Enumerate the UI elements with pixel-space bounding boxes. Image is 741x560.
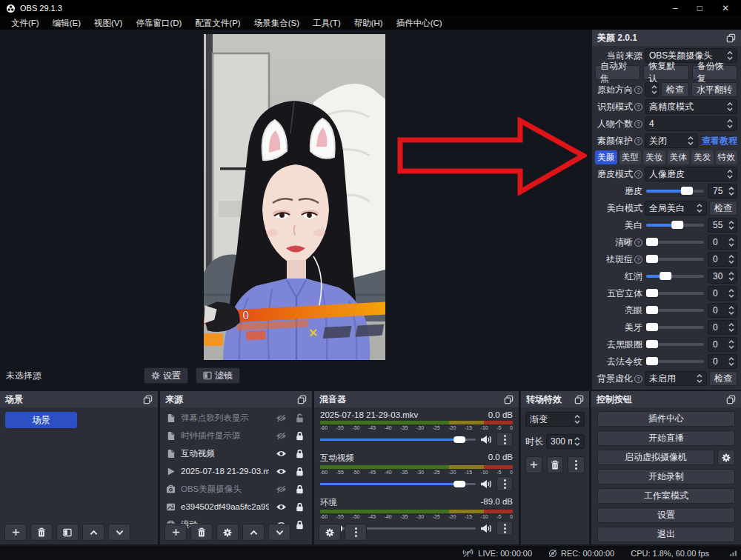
menu-edit[interactable]: 编辑(E) — [46, 18, 87, 29]
tab-body[interactable]: 美体 — [668, 150, 690, 164]
menu-view[interactable]: 视图(V) — [87, 18, 129, 29]
menu-plugin-center[interactable]: 插件中心(C) — [390, 18, 449, 29]
virtual-camera-config-button[interactable] — [717, 450, 735, 465]
add-source-button[interactable] — [165, 524, 187, 541]
move-source-up-button[interactable] — [242, 524, 265, 541]
slider-knob[interactable] — [646, 306, 658, 314]
help-icon[interactable]: ? — [634, 137, 642, 145]
bg-blur-check-button[interactable]: 检查 — [709, 371, 737, 386]
tutorial-link[interactable]: 查看教程 — [702, 135, 737, 147]
move-scene-down-button[interactable] — [108, 524, 130, 541]
bright-eyes-slider[interactable] — [646, 309, 704, 312]
exit-button[interactable]: 退出 — [597, 527, 735, 542]
menu-scene-collection[interactable]: 场景集合(S) — [247, 18, 306, 29]
menu-help[interactable]: 帮助(H) — [348, 18, 390, 29]
popout-icon[interactable] — [143, 395, 153, 404]
mixer-menu-button[interactable] — [345, 524, 367, 541]
lock-icon[interactable] — [293, 449, 306, 459]
backup-restore-button[interactable]: 备份恢复 — [692, 65, 737, 80]
source-properties-button[interactable]: 设置 — [144, 367, 188, 384]
volume-slider[interactable] — [320, 483, 476, 485]
menu-docks[interactable]: 停靠窗口(D) — [129, 18, 188, 29]
lock-icon[interactable] — [293, 520, 306, 530]
teeth-value-spinbox[interactable]: 0 — [708, 320, 737, 335]
autofocus-button[interactable]: 自动对焦 — [595, 65, 640, 80]
lock-icon[interactable] — [293, 431, 306, 441]
start-streaming-button[interactable]: 开始直播 — [597, 430, 735, 446]
smooth-mode-select[interactable]: 人像磨皮 — [645, 167, 737, 181]
maximize-button[interactable]: □ — [697, 3, 702, 13]
eye-slash-icon[interactable] — [274, 432, 288, 440]
whiten-mode-select[interactable]: 全局美白 — [645, 201, 707, 216]
eye-slash-icon[interactable] — [274, 414, 288, 422]
features-value-spinbox[interactable]: 0 — [708, 286, 737, 301]
nasolabial-value-spinbox[interactable]: 0 — [708, 354, 737, 369]
help-icon[interactable]: ? — [634, 375, 642, 383]
slider-knob[interactable] — [646, 289, 658, 297]
eye-icon[interactable] — [274, 450, 288, 458]
person-count-spinner[interactable]: 4 — [645, 116, 737, 131]
orientation-check-button[interactable]: 检查 — [661, 82, 689, 97]
features-slider[interactable] — [646, 292, 704, 295]
lock-icon[interactable] — [293, 484, 306, 494]
help-icon[interactable]: ? — [634, 103, 642, 111]
menu-profile[interactable]: 配置文件(P) — [188, 18, 247, 29]
bareface-select[interactable]: 关闭 — [645, 133, 698, 148]
horizontal-flip-button[interactable]: 水平翻转 — [691, 82, 737, 97]
channel-menu-button[interactable] — [496, 432, 513, 447]
slider-knob[interactable] — [681, 187, 693, 195]
source-row[interactable]: OBS美颜摄像头 — [160, 480, 312, 498]
plugin-center-button[interactable]: 插件中心 — [597, 411, 735, 427]
remove-source-button[interactable] — [190, 524, 213, 541]
whiten-check-button[interactable]: 检查 — [709, 201, 737, 216]
volume-knob[interactable] — [453, 481, 465, 487]
volume-slider[interactable] — [320, 439, 476, 441]
popout-icon[interactable] — [574, 395, 584, 404]
eye-slash-icon[interactable] — [274, 485, 288, 493]
move-scene-up-button[interactable] — [82, 524, 104, 541]
channel-menu-button[interactable] — [496, 476, 513, 491]
source-row[interactable]: 2025-07-18 21-29-03.mkv — [160, 462, 312, 480]
resize-grip-icon[interactable] — [730, 550, 737, 556]
start-virtual-camera-button[interactable]: 启动虚拟摄像机 — [597, 450, 714, 465]
add-scene-button[interactable] — [4, 524, 27, 541]
dark-circles-value-spinbox[interactable]: 0 — [708, 337, 737, 352]
scene-item[interactable]: 场景 — [5, 412, 77, 428]
slider-knob[interactable] — [646, 340, 658, 348]
bright-eyes-value-spinbox[interactable]: 0 — [708, 303, 737, 318]
help-icon[interactable]: ? — [634, 239, 642, 247]
recognition-select[interactable]: 高精度模式 — [645, 99, 737, 114]
remove-transition-button[interactable] — [547, 456, 564, 473]
eye-icon[interactable] — [274, 467, 288, 476]
teeth-slider[interactable] — [646, 326, 704, 329]
studio-mode-button[interactable]: 工作室模式 — [597, 488, 735, 504]
blemish-value-spinbox[interactable]: 0 — [708, 252, 737, 267]
smooth-value-spinbox[interactable]: 75 — [708, 184, 737, 199]
popout-icon[interactable] — [504, 395, 514, 404]
tab-reshape[interactable]: 美型 — [619, 150, 642, 164]
scene-filters-button[interactable] — [56, 524, 79, 541]
remove-scene-button[interactable] — [30, 524, 53, 541]
help-icon[interactable]: ? — [634, 86, 642, 94]
lock-icon[interactable] — [293, 467, 306, 476]
source-row[interactable]: 互动视频 — [160, 444, 312, 462]
tab-makeup[interactable]: 美妆 — [643, 150, 665, 164]
smooth-slider[interactable] — [646, 190, 704, 193]
move-source-down-button[interactable] — [268, 524, 290, 541]
rosy-value-spinbox[interactable]: 30 — [708, 269, 737, 284]
nasolabial-slider[interactable] — [646, 360, 704, 363]
blemish-slider[interactable] — [646, 258, 704, 261]
duration-spinbox[interactable]: 300 ms — [546, 434, 585, 449]
popout-icon[interactable] — [726, 33, 736, 43]
tab-hair[interactable]: 美发 — [691, 150, 714, 164]
speaker-icon[interactable] — [480, 524, 492, 533]
menu-file[interactable]: 文件(F) — [4, 18, 46, 29]
orientation-select[interactable]: 上 — [645, 82, 659, 97]
close-button[interactable]: ✕ — [722, 3, 729, 13]
volume-knob[interactable] — [453, 436, 465, 443]
bg-blur-select[interactable]: 未启用 — [645, 371, 707, 386]
advanced-audio-button[interactable] — [319, 524, 341, 541]
help-icon[interactable]: ? — [634, 256, 642, 264]
settings-button[interactable]: 设置 — [597, 507, 735, 523]
start-recording-button[interactable]: 开始录制 — [597, 469, 735, 484]
